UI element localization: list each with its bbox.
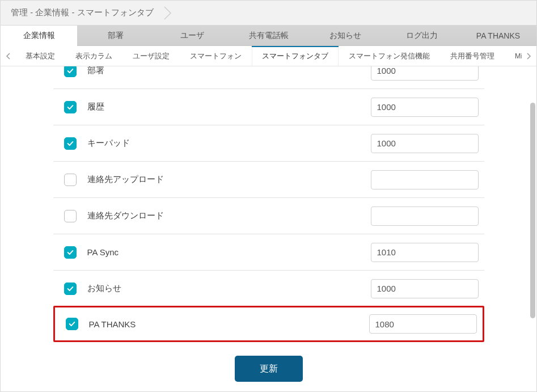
- tab-label: 部署: [108, 31, 124, 41]
- vertical-scrollbar[interactable]: [530, 103, 536, 347]
- subtab-label: 共用番号管理: [450, 52, 494, 61]
- check-icon: [66, 140, 74, 147]
- subtab-user-settings[interactable]: ユーザ設定: [122, 46, 180, 66]
- setting-label: 部署: [87, 66, 360, 76]
- setting-value-keypad[interactable]: [371, 134, 479, 153]
- subtab-shared-number[interactable]: 共用番号管理: [440, 46, 505, 66]
- setting-value-notice[interactable]: [371, 279, 479, 298]
- setting-label: PA THANKS: [89, 319, 358, 329]
- subtab-smartphone[interactable]: スマートフォン: [180, 46, 252, 66]
- setting-row-notice: お知らせ: [53, 271, 484, 307]
- setting-row-history: 履歴: [53, 89, 484, 125]
- setting-value-department[interactable]: [371, 66, 479, 81]
- subtab-label: スマートフォン発信機能: [349, 52, 430, 61]
- tab-user[interactable]: ユーザ: [154, 26, 230, 45]
- check-icon: [66, 67, 74, 75]
- tab-label: 企業情報: [23, 31, 55, 41]
- breadcrumb: 管理 - 企業情報 - スマートフォンタブ: [1, 1, 536, 26]
- check-icon: [66, 285, 74, 293]
- check-icon: [66, 248, 74, 256]
- subtab-label: ユーザ設定: [133, 52, 170, 61]
- check-icon: [68, 320, 76, 328]
- setting-label: お知らせ: [87, 283, 360, 294]
- tab-label: PA THANKS: [476, 31, 520, 40]
- setting-value-history[interactable]: [371, 98, 479, 117]
- setting-value-contacts-upload[interactable]: [371, 170, 479, 189]
- setting-value-pa-sync[interactable]: [371, 243, 479, 262]
- checkbox-department[interactable]: [64, 66, 77, 77]
- sub-tabs-row: 基本設定 表示カラム ユーザ設定 スマートフォン スマートフォンタブ スマートフ…: [1, 46, 536, 66]
- content-area: 部署 履歴: [1, 66, 536, 378]
- tab-pa-thanks[interactable]: PA THANKS: [460, 26, 536, 45]
- subtab-m365-settings[interactable]: Microsoft 365設定: [505, 46, 522, 66]
- setting-row-contacts-upload: 連絡先アップロード: [53, 162, 484, 198]
- checkbox-pa-thanks[interactable]: [66, 318, 78, 330]
- tab-label: ログ出力: [406, 31, 438, 41]
- main-tabs: 企業情報 部署 ユーザ 共有電話帳 お知らせ ログ出力 PA THANKS: [1, 26, 536, 46]
- subtab-label: 基本設定: [26, 52, 55, 61]
- tab-company-info[interactable]: 企業情報: [1, 26, 77, 45]
- setting-label: PA Sync: [87, 247, 360, 257]
- checkbox-contacts-download[interactable]: [64, 210, 77, 222]
- tab-department[interactable]: 部署: [77, 26, 154, 45]
- update-button[interactable]: 更新: [235, 356, 303, 382]
- subtab-label: スマートフォンタブ: [262, 52, 328, 61]
- setting-label: 履歴: [87, 102, 360, 112]
- tab-label: ユーザ: [180, 31, 204, 41]
- scrollbar-thumb[interactable]: [530, 103, 535, 318]
- subtab-label: Microsoft 365設定: [515, 52, 522, 61]
- subtab-label: 表示カラム: [75, 52, 112, 61]
- checkbox-keypad[interactable]: [64, 137, 77, 150]
- setting-value-contacts-download[interactable]: [371, 206, 479, 226]
- setting-label: 連絡先アップロード: [87, 174, 360, 185]
- settings-list: 部署 履歴: [53, 66, 484, 389]
- highlight-pa-thanks: PA THANKS: [53, 306, 484, 342]
- subtab-basic-settings[interactable]: 基本設定: [15, 46, 65, 66]
- subtab-smartphone-tab[interactable]: スマートフォンタブ: [252, 46, 339, 66]
- tab-shared-phonebook[interactable]: 共有電話帳: [230, 26, 307, 45]
- setting-label: キーパッド: [87, 138, 360, 149]
- setting-label: 連絡先ダウンロード: [87, 210, 360, 221]
- setting-row-keypad: キーパッド: [53, 125, 484, 162]
- tab-log-output[interactable]: ログ出力: [383, 26, 460, 45]
- check-icon: [66, 103, 74, 111]
- subtab-label: スマートフォン: [190, 52, 242, 61]
- sub-tabs-scroll-left[interactable]: [1, 46, 15, 66]
- checkbox-contacts-upload[interactable]: [64, 174, 77, 186]
- setting-row-contacts-download: 連絡先ダウンロード: [53, 198, 484, 234]
- sub-tabs: 基本設定 表示カラム ユーザ設定 スマートフォン スマートフォンタブ スマートフ…: [15, 46, 522, 66]
- checkbox-history[interactable]: [64, 101, 77, 113]
- chevron-left-icon: [6, 53, 10, 60]
- tab-label: 共有電話帳: [249, 31, 289, 41]
- subtab-smartphone-call[interactable]: スマートフォン発信機能: [339, 46, 440, 66]
- checkbox-pa-sync[interactable]: [64, 246, 77, 259]
- checkbox-notice[interactable]: [64, 283, 77, 295]
- chevron-right-icon: [164, 6, 172, 20]
- setting-value-pa-thanks[interactable]: [369, 314, 477, 334]
- sub-tabs-scroll-right[interactable]: [522, 46, 536, 66]
- setting-row-department: 部署: [53, 66, 484, 89]
- setting-row-pa-sync: PA Sync: [53, 234, 484, 271]
- tab-notice[interactable]: お知らせ: [307, 26, 383, 45]
- tab-label: お知らせ: [329, 31, 361, 41]
- breadcrumb-text: 管理 - 企業情報 - スマートフォンタブ: [11, 7, 154, 18]
- chevron-right-icon: [527, 53, 531, 60]
- setting-row-pa-thanks: PA THANKS: [55, 307, 483, 340]
- subtab-display-columns[interactable]: 表示カラム: [65, 46, 122, 66]
